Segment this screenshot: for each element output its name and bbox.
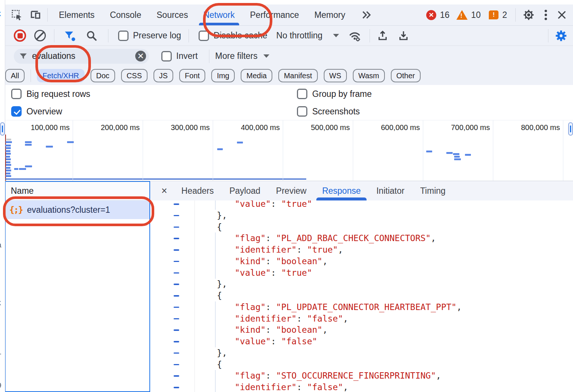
timeline-gridline: [283, 120, 283, 181]
requests-table: Name {;} evaluations?cluster=1: [5, 181, 150, 392]
page-edge-text-fragment: a: [0, 240, 1, 249]
throttling-caret-icon[interactable]: [333, 34, 339, 37]
overview-label: Overview: [26, 107, 62, 117]
main-tab-console[interactable]: Console: [110, 4, 141, 25]
error-count[interactable]: 16: [440, 10, 450, 20]
timeline-request-bar: [6, 175, 11, 177]
response-body-viewer[interactable]: "value": "true"},{"flag": "PL_ADD_RBAC_C…: [150, 200, 573, 392]
timeline-tick-label: 100,000 ms: [14, 123, 70, 132]
detail-tab-response[interactable]: Response: [322, 181, 361, 200]
pretty-print-gutter-dash: [174, 341, 179, 342]
warning-count[interactable]: 10: [471, 10, 481, 20]
type-chip-js[interactable]: JS: [153, 69, 173, 82]
type-chip-css[interactable]: CSS: [121, 69, 148, 82]
main-tab-performance[interactable]: Performance: [250, 4, 299, 25]
filter-input[interactable]: evaluations ✕: [14, 49, 149, 64]
more-filters-button[interactable]: More filters: [215, 51, 258, 61]
pretty-print-gutter-dash: [174, 261, 179, 262]
name-column-label: Name: [11, 186, 34, 196]
type-chip-other[interactable]: Other: [391, 69, 421, 82]
type-chip-manifest[interactable]: Manifest: [278, 69, 318, 82]
big-request-rows-label: Big request rows: [26, 89, 90, 99]
detail-tab-payload[interactable]: Payload: [229, 181, 260, 200]
close-devtools-icon[interactable]: [557, 10, 567, 20]
filter-funnel-icon: [19, 51, 28, 61]
code-text: "identifier": "true",: [235, 244, 343, 256]
group-by-frame-checkbox[interactable]: [297, 89, 307, 99]
detail-tab-preview[interactable]: Preview: [276, 181, 307, 200]
clear-filter-icon[interactable]: ✕: [135, 51, 146, 61]
code-text: "value": "true": [235, 200, 312, 210]
main-tab-elements[interactable]: Elements: [59, 4, 95, 25]
code-text: "value": "false": [235, 336, 317, 347]
main-tab-network[interactable]: Network: [203, 4, 235, 25]
type-chip-doc[interactable]: Doc: [91, 69, 115, 82]
record-network-log-button[interactable]: [14, 29, 26, 42]
group-by-frame-label: Group by frame: [312, 89, 372, 99]
detail-tab-timing[interactable]: Timing: [420, 181, 446, 200]
response-line: "flag": "PL_ADD_RBAC_CHECK_CONNECTORS",: [150, 233, 573, 244]
issues-icon[interactable]: !: [489, 10, 498, 19]
type-chip-font[interactable]: Font: [179, 69, 205, 82]
pretty-print-gutter-dash: [174, 364, 179, 366]
close-detail-icon[interactable]: ×: [161, 186, 167, 196]
response-line: "identifier": "false",: [150, 313, 573, 325]
screenshots-checkbox[interactable]: [297, 106, 307, 117]
more-filters-caret-icon[interactable]: [263, 54, 269, 58]
network-conditions-icon[interactable]: [348, 29, 361, 42]
invert-checkbox[interactable]: [161, 51, 172, 61]
detail-tab-initiator[interactable]: Initiator: [376, 181, 404, 200]
overview-right-handle[interactable]: [568, 122, 573, 136]
more-options-icon[interactable]: [544, 9, 548, 21]
console-warnings-icon[interactable]: !: [456, 10, 468, 20]
main-tab-sources[interactable]: Sources: [156, 4, 188, 25]
type-chip-img[interactable]: Img: [211, 69, 235, 82]
pretty-print-gutter-dash: [174, 375, 179, 377]
inspect-element-icon[interactable]: [11, 9, 23, 21]
type-chip-fetchxhr[interactable]: Fetch/XHR: [37, 69, 85, 82]
disable-cache-checkbox[interactable]: [199, 31, 209, 41]
more-tabs-icon[interactable]: [361, 9, 372, 20]
response-line: {: [150, 359, 573, 370]
screenshots-option: Screenshots: [297, 106, 360, 117]
main-tab-memory[interactable]: Memory: [314, 4, 345, 25]
device-toolbar-icon[interactable]: [29, 9, 41, 21]
big-request-rows-checkbox[interactable]: [11, 89, 22, 99]
detail-tab-headers[interactable]: Headers: [181, 181, 214, 200]
timeline-gridline: [73, 120, 73, 181]
network-overview-timeline[interactable]: 100,000 ms200,000 ms300,000 ms400,000 ms…: [5, 120, 573, 181]
type-chip-wasm[interactable]: Wasm: [353, 69, 385, 82]
code-text: "flag": "PL_UPDATE_CONNECTOR_HEARTBEAT_P…: [235, 301, 462, 313]
overview-checkbox[interactable]: [11, 106, 22, 117]
code-text: "kind": "boolean",: [235, 324, 327, 336]
filter-input-value[interactable]: evaluations: [32, 51, 135, 61]
devtools-window: k(tak19 ElementsConsoleSourcesNetworkPer…: [0, 0, 573, 392]
code-text: {: [217, 359, 222, 370]
pretty-print-gutter-dash: [174, 307, 179, 308]
request-row-selected[interactable]: {;} evaluations?cluster=1: [6, 200, 149, 219]
overview-left-handle[interactable]: [0, 122, 5, 136]
timeline-request-bar: [426, 151, 432, 152]
type-chip-media[interactable]: Media: [241, 69, 272, 82]
preserve-log-checkbox[interactable]: [118, 31, 129, 41]
screenshots-label: Screenshots: [312, 107, 360, 117]
type-chips: AllFetch/XHRDocCSSJSFontImgMediaManifest…: [5, 69, 421, 82]
import-har-icon[interactable]: [377, 30, 389, 42]
settings-gear-icon[interactable]: [522, 9, 535, 21]
export-har-icon[interactable]: [398, 30, 409, 42]
filter-icon[interactable]: [63, 29, 76, 42]
type-chip-all[interactable]: All: [5, 69, 25, 82]
overview-option: Overview: [11, 106, 62, 117]
type-chip-ws[interactable]: WS: [324, 69, 347, 82]
throttling-select[interactable]: No throttling: [276, 31, 323, 41]
console-errors-icon[interactable]: ✕: [426, 10, 436, 20]
requests-name-header[interactable]: Name: [6, 182, 149, 200]
issues-count[interactable]: 2: [502, 10, 507, 20]
clear-network-log-button[interactable]: [34, 30, 46, 41]
network-settings-gear-icon[interactable]: [554, 29, 568, 42]
search-icon[interactable]: [86, 30, 98, 42]
response-line: "value": "false": [150, 336, 573, 347]
pretty-print-gutter-dash: [174, 249, 179, 251]
response-line: "flag": "STO_OCCURRENCE_FINGERPRINTING",: [150, 370, 573, 382]
toolbar-divider: [189, 29, 189, 42]
